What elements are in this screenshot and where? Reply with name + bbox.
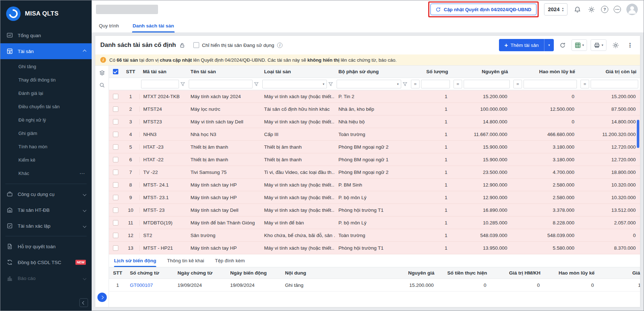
row-select-cell[interactable] — [109, 132, 122, 137]
year-selector[interactable]: 2024 ▴ ▾ — [544, 3, 568, 16]
more-options-icon[interactable]: ⋯ — [614, 6, 621, 13]
layers-icon[interactable] — [99, 70, 105, 76]
table-settings-button[interactable] — [610, 40, 621, 51]
tab-danh-sach-tai-san[interactable]: Danh sách tài sản — [132, 23, 175, 32]
filter-operator-accum-dep[interactable]: = — [513, 80, 522, 88]
sidebar-item-cong-cu-dung-cu[interactable]: Công cụ dụng cụ — [0, 186, 92, 202]
add-asset-button[interactable]: + Thêm tài sản — [499, 39, 544, 51]
year-stepper-icon[interactable]: ▴ ▾ — [562, 7, 564, 12]
row-select-cell[interactable] — [109, 157, 122, 162]
row-checkbox[interactable] — [113, 220, 118, 225]
detail-tab-thong-tin-ke-khai[interactable]: Thông tin kê khai — [167, 258, 204, 267]
detail-tab-lich-su-bien-dong[interactable]: Lịch sử biến động — [114, 258, 156, 267]
row-select-cell[interactable] — [109, 220, 122, 225]
filter-input-accum-dep[interactable] — [523, 80, 577, 88]
table-row[interactable]: 5HTAT -23Thiết bị âm thanhThiết bị âm th… — [109, 141, 640, 153]
more-actions-button[interactable]: ⋮ — [625, 40, 635, 51]
filter-input-remaining[interactable] — [591, 80, 638, 88]
grid-view-button[interactable]: ▾ — [571, 39, 587, 51]
row-checkbox[interactable] — [113, 94, 118, 99]
filter-icon[interactable] — [254, 82, 259, 86]
detail-row[interactable]: 1GT00010719/09/202419/09/2024Ghi tăng15.… — [109, 279, 640, 292]
filter-operator-cost[interactable]: = — [454, 80, 462, 88]
sidebar-item-tong-quan[interactable]: Tổng quan — [0, 27, 92, 43]
filter-select-dept[interactable]: ▾ — [337, 80, 401, 88]
print-button[interactable]: ▾ — [591, 39, 606, 51]
app-logo[interactable]: MISA QLTS — [0, 0, 92, 27]
vertical-scrollbar[interactable] — [637, 120, 639, 148]
filter-operator-remaining[interactable]: = — [581, 80, 589, 88]
row-checkbox[interactable] — [113, 170, 118, 175]
filter-operator-qty[interactable]: = — [411, 80, 420, 88]
row-checkbox[interactable] — [113, 106, 118, 112]
avatar[interactable] — [626, 4, 638, 15]
sidebar-item-bao-cao[interactable]: Báo cáo — [0, 270, 92, 286]
sidebar-subitem-tinh-hao-mon[interactable]: Tính hao mòn — [0, 140, 92, 153]
filter-select-type[interactable]: ▾ — [262, 80, 327, 88]
column-header-stt[interactable]: STT — [122, 69, 139, 74]
caret-down-icon[interactable]: ▾ — [562, 9, 564, 12]
column-header-accum-dep[interactable]: Hao mòn lũy kế — [512, 69, 579, 74]
search-icon[interactable] — [99, 82, 105, 88]
sidebar-subitem-danh-gia-lai[interactable]: Đánh giá lại — [0, 87, 92, 100]
row-checkbox[interactable] — [113, 144, 118, 150]
column-header-qty[interactable]: Số lượng — [409, 69, 452, 74]
filter-icon[interactable] — [403, 82, 407, 86]
sidebar-subitem-dieu-chuyen-tai-san[interactable]: Điều chuyển tài sản — [0, 100, 92, 113]
column-header-cost[interactable]: Nguyên giá — [452, 69, 512, 74]
row-checkbox[interactable] — [113, 132, 118, 137]
sidebar-subitem-khac[interactable]: Khác⋯ — [0, 167, 92, 180]
row-select-cell[interactable] — [109, 94, 122, 99]
detail-tab-tep-dinh-kem[interactable]: Tệp đính kèm — [215, 258, 245, 267]
detail-cell-doc-no[interactable]: GT000107 — [126, 282, 174, 288]
table-row[interactable]: 8MTST- 24.1Máy tính sách tay HPMáy vi tí… — [109, 179, 640, 191]
filter-icon[interactable] — [180, 82, 185, 86]
row-select-cell[interactable] — [109, 233, 122, 238]
only-active-checkbox[interactable] — [193, 42, 199, 48]
sidebar-item-dong-bo-csdl-tsc[interactable]: Đồng bộ CSDL TSCNEW — [0, 254, 92, 270]
table-row[interactable]: 10MTST- 23Máy tính sách tay DellMáy vi t… — [109, 204, 640, 216]
table-row[interactable]: 12ST2Sân trườngKho chứa, bể chứa, bãi đỗ… — [109, 229, 640, 242]
only-active-filter[interactable]: Chỉ hiển thị tài sản Đang sử dụng i — [193, 42, 282, 48]
refresh-button[interactable] — [557, 40, 568, 50]
more-icon[interactable]: ⋯ — [79, 170, 85, 177]
table-row[interactable]: 9MTST- 23.1Máy tính sách tay HPMáy vi tí… — [109, 191, 640, 204]
row-select-cell[interactable] — [109, 195, 122, 200]
table-row[interactable]: 2MTST24Máy lọc nướcTài sản cố định hữu h… — [109, 103, 640, 115]
filter-input-name[interactable] — [189, 80, 253, 88]
column-header-code[interactable]: Mã tài sản — [139, 69, 187, 74]
sidebar-subitem-ghi-giam[interactable]: Ghi giảm — [0, 127, 92, 140]
row-select-cell[interactable] — [109, 170, 122, 175]
row-checkbox[interactable] — [113, 245, 118, 251]
notifications-icon[interactable] — [573, 5, 582, 14]
column-header-remaining[interactable]: Giá trị còn lại — [579, 69, 640, 74]
sidebar-item-tai-san-ht-db[interactable]: Tài sản HT-ĐB — [0, 202, 92, 218]
help-icon[interactable]: ? — [601, 6, 608, 13]
filter-input-code[interactable] — [141, 80, 179, 88]
column-header-name[interactable]: Tên tài sản — [187, 69, 260, 74]
column-header-dept[interactable]: Bộ phận sử dụng — [335, 69, 409, 74]
table-row[interactable]: 1MTXT 2024-TKBMáy tính xách tay 2024Máy … — [109, 90, 640, 103]
row-select-cell[interactable] — [109, 182, 122, 188]
row-select-cell[interactable] — [109, 144, 122, 150]
select-all-checkbox[interactable] — [113, 69, 118, 74]
row-checkbox[interactable] — [113, 182, 118, 188]
row-select-cell[interactable] — [109, 207, 122, 213]
row-select-cell[interactable] — [109, 119, 122, 124]
table-row[interactable]: 7TV -22Tivi Samsung 75Ti vi, đầu Video, … — [109, 166, 640, 179]
sidebar-subitem-ghi-tang[interactable]: Ghi tăng — [0, 60, 92, 73]
column-header-type[interactable]: Loại tài sản — [260, 69, 335, 74]
add-asset-dropdown[interactable]: ▾ — [544, 39, 554, 51]
table-row[interactable]: 13MTST - HP21Máy tính sách tay HPMáy vi … — [109, 242, 640, 254]
row-checkbox[interactable] — [113, 233, 118, 238]
row-checkbox[interactable] — [113, 157, 118, 162]
sidebar-item-tai-san-xac-lap[interactable]: Tài sản xác lập — [0, 218, 92, 234]
update-decision-button[interactable]: Cập nhật Quyết định 04/2024/QĐ-UBND — [430, 4, 536, 15]
sidebar-item-tai-san[interactable]: Tài sản — [0, 43, 92, 59]
row-checkbox[interactable] — [113, 195, 118, 200]
sidebar-subitem-kiem-ke[interactable]: Kiểm kê — [0, 153, 92, 167]
row-checkbox[interactable] — [113, 119, 118, 124]
sidebar-subitem-thay-doi-thong-tin[interactable]: Thay đổi thông tin — [0, 73, 92, 87]
tab-quy-trinh[interactable]: Quy trình — [98, 23, 120, 32]
table-row[interactable]: 3MTST23Máy vi tính sách tay DellMáy vi t… — [109, 115, 640, 128]
